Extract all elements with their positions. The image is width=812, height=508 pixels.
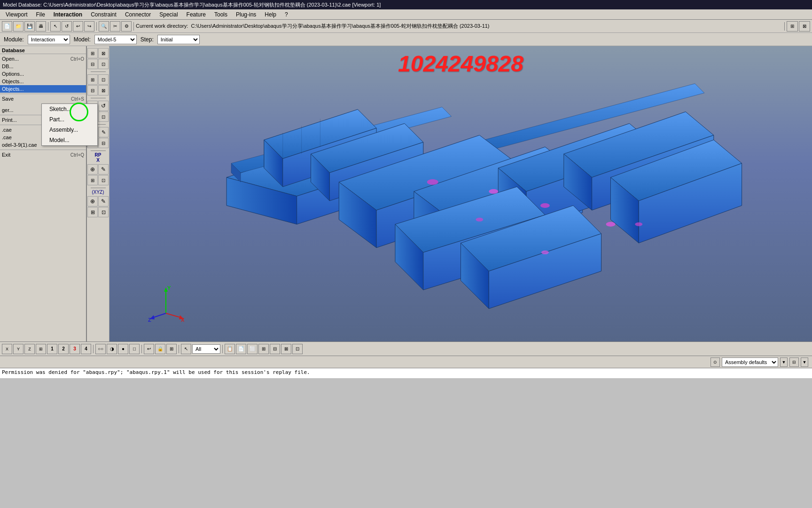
bt-grid[interactable]: ⊞ <box>166 344 177 354</box>
bt-copy[interactable]: 📋 <box>225 344 235 354</box>
bt-select[interactable]: ↖ <box>181 344 191 354</box>
filter-select[interactable]: All <box>192 344 220 354</box>
bt-btn2[interactable]: Y <box>13 344 23 354</box>
module-bar: Module: Interaction Model: Model-5 Step:… <box>0 33 812 46</box>
step-select[interactable]: Initial <box>157 35 200 44</box>
redo-btn[interactable]: ↪ <box>84 21 94 32</box>
panel-db[interactable]: DB... <box>0 63 86 70</box>
vp-btn2[interactable]: ⊠ <box>799 21 810 32</box>
assembly-select[interactable]: Assembly defaults <box>722 357 778 367</box>
bt-shape4[interactable]: ⊠ <box>281 344 291 354</box>
print-btn[interactable]: 🖶 <box>36 21 46 32</box>
icon-mesh10[interactable]: ⊡ <box>98 175 109 185</box>
bt-shape2[interactable]: ⊞ <box>258 344 269 354</box>
menu-feature[interactable]: Feature <box>183 10 210 19</box>
bt-shape1[interactable]: ⬜ <box>247 344 258 354</box>
bt-num2[interactable]: 2 <box>58 344 69 354</box>
panel-objects[interactable]: Objects... <box>0 78 86 85</box>
tools-btn[interactable]: ⚙ <box>121 21 132 32</box>
icon-xyz3[interactable]: ⊞ <box>87 207 98 217</box>
bt-paste[interactable]: 📄 <box>236 344 246 354</box>
bt-square[interactable]: □ <box>129 344 140 354</box>
icon-view4[interactable]: ⊡ <box>98 59 109 69</box>
ctx-assembly[interactable]: Assembly... <box>42 125 87 135</box>
panel-open-label: Open... <box>2 56 19 62</box>
icon-rotate2[interactable]: ↺ <box>98 101 109 111</box>
status-icon1[interactable]: ⊙ <box>710 357 720 367</box>
save-btn[interactable]: 💾 <box>24 21 35 32</box>
icon-mesh2[interactable]: ⊡ <box>98 74 109 85</box>
menu-connector[interactable]: Connector <box>121 10 155 19</box>
bt-sep1 <box>93 345 94 353</box>
bt-num3[interactable]: 3 <box>70 344 80 354</box>
bt-num1[interactable]: 1 <box>47 344 57 354</box>
toolbar-row-1: 📄 📁 💾 🖶 ↖ ↺ ↩ ↪ 🔍 ✂ ⚙ Current work direc… <box>0 20 812 33</box>
shortcut-quit: Ctrl+Q <box>70 152 84 158</box>
bt-btn1[interactable]: X <box>2 344 12 354</box>
bt-btn3[interactable]: Z <box>24 344 35 354</box>
status-icon3[interactable]: ▼ <box>801 357 808 367</box>
vp-btn1[interactable]: ⊞ <box>787 21 798 32</box>
panel-quit[interactable]: Exit Ctrl+Q <box>0 151 86 159</box>
open-btn[interactable]: 📁 <box>13 21 23 32</box>
panel-save[interactable]: Save Ctrl+S <box>0 95 86 103</box>
bt-sep3 <box>179 345 179 353</box>
panel-objects-selected[interactable]: Objects... <box>0 85 86 93</box>
ctx-part[interactable]: Part... <box>42 114 87 125</box>
bt-circle-half[interactable]: ◑ <box>107 344 117 354</box>
icon-xyz2[interactable]: ✎ <box>98 196 109 206</box>
menu-help[interactable]: Help <box>261 10 280 19</box>
side-sep2 <box>91 98 106 98</box>
rotate-btn[interactable]: ↺ <box>62 21 72 32</box>
bt-shape5[interactable]: ⊡ <box>292 344 303 354</box>
bt-lock[interactable]: 🔒 <box>155 344 165 354</box>
bt-shape3[interactable]: ⊟ <box>270 344 280 354</box>
viewport[interactable]: 1024249828 <box>109 46 812 341</box>
icon-mesh3[interactable]: ⊟ <box>87 85 98 95</box>
new-btn[interactable]: 📄 <box>2 21 12 32</box>
bt-circles[interactable]: ○○ <box>95 344 106 354</box>
icon-draw2[interactable]: ✎ <box>98 127 109 137</box>
side-sep1 <box>91 71 106 72</box>
status-icon2[interactable]: ⊟ <box>789 357 799 367</box>
icon-mesh8[interactable]: ⊟ <box>98 138 109 148</box>
bt-circle-full[interactable]: ● <box>118 344 128 354</box>
menu-file[interactable]: File <box>32 10 48 19</box>
panel-cae1-label: .cae <box>2 127 12 133</box>
cut-btn[interactable]: ✂ <box>110 21 120 32</box>
icon-xyz1[interactable]: ⊕ <box>87 196 98 206</box>
status-arrow[interactable]: ▼ <box>780 357 788 367</box>
select-btn[interactable]: ↖ <box>50 21 61 32</box>
svg-point-39 <box>635 222 642 226</box>
bt-undo[interactable]: ↩ <box>144 344 154 354</box>
sep4 <box>784 22 785 31</box>
menu-plugins[interactable]: Plug-ins <box>232 10 260 19</box>
icon-mesh6[interactable]: ⊡ <box>98 111 109 122</box>
module-select[interactable]: Interaction <box>28 35 70 44</box>
icon-view3[interactable]: ⊟ <box>87 59 98 69</box>
icon-rp2[interactable]: ✎ <box>98 164 109 175</box>
zoom-btn[interactable]: 🔍 <box>99 21 109 32</box>
icon-xyz4[interactable]: ⊡ <box>98 207 109 217</box>
menu-viewport[interactable]: Viewport <box>2 10 31 19</box>
ctx-sketch[interactable]: Sketch... <box>42 104 87 114</box>
bt-btn4[interactable]: ⊞ <box>36 344 46 354</box>
undo-btn[interactable]: ↩ <box>73 21 83 32</box>
icon-view2[interactable]: ⊠ <box>98 48 109 58</box>
icon-rp1[interactable]: ⊕ <box>87 164 98 175</box>
icon-mesh9[interactable]: ⊞ <box>87 175 98 185</box>
svg-point-37 <box>476 218 483 222</box>
ctx-model[interactable]: Model... <box>42 135 87 145</box>
icon-mesh4[interactable]: ⊠ <box>98 85 109 95</box>
menu-question[interactable]: ? <box>281 10 292 19</box>
panel-open[interactable]: Open... Ctrl+O <box>0 55 86 63</box>
icon-view1[interactable]: ⊞ <box>87 48 98 58</box>
menu-tools[interactable]: Tools <box>211 10 231 19</box>
panel-options[interactable]: Options... <box>0 70 86 78</box>
menu-special[interactable]: Special <box>156 10 181 19</box>
bt-num4[interactable]: 4 <box>81 344 91 354</box>
menu-constraint[interactable]: Constraint <box>87 10 120 19</box>
icon-mesh1[interactable]: ⊞ <box>87 74 98 85</box>
model-select[interactable]: Model-5 <box>94 35 137 44</box>
menu-interaction[interactable]: Interaction <box>50 10 86 19</box>
